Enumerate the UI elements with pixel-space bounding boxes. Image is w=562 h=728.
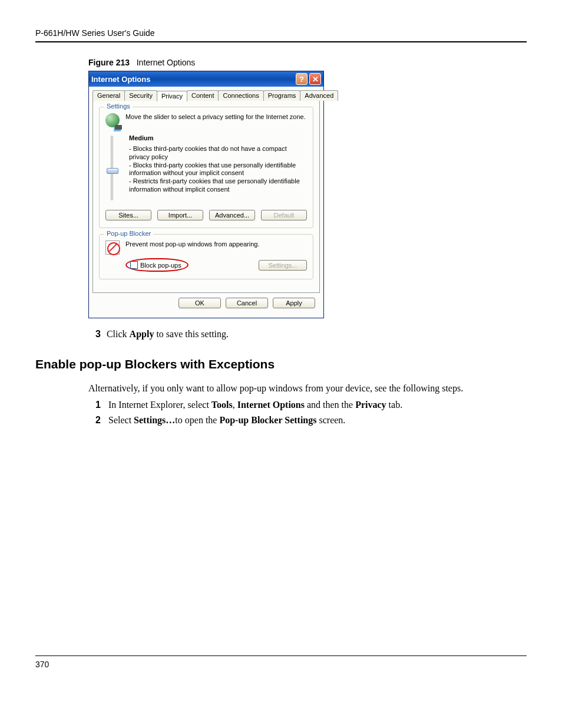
block-popups-label: Block pop-ups	[140, 262, 181, 269]
s1e: and then the	[305, 400, 355, 410]
s1f: Privacy	[355, 400, 386, 410]
s1c: ,	[233, 400, 237, 410]
tab-security[interactable]: Security	[124, 90, 157, 101]
header-rule	[35, 41, 527, 42]
s2d: Pop-up Blocker Settings	[219, 415, 316, 425]
apply-button[interactable]: Apply	[273, 298, 315, 308]
privacy-bullet-2: - Blocks third-party cookies that use pe…	[129, 162, 307, 178]
import-button[interactable]: Import...	[157, 210, 203, 220]
tab-programs[interactable]: Programs	[263, 90, 301, 101]
settings-group: Settings Move the slider to select a pri…	[99, 107, 313, 228]
figure-caption: Figure 213 Internet Options	[88, 58, 527, 67]
s1a: In Internet Explorer, select	[108, 400, 211, 410]
s1d: Internet Options	[237, 400, 305, 410]
settings-group-title: Settings	[104, 103, 133, 110]
globe-icon	[105, 113, 120, 127]
popup-intro: Prevent most pop-up windows from appeari…	[125, 241, 259, 248]
running-header: P-661H/HW Series User's Guide	[35, 28, 527, 41]
figure-label: Figure 213	[88, 58, 130, 67]
figure-title: Internet Options	[137, 58, 196, 67]
privacy-bullet-3: - Restricts first-party cookies that use…	[129, 177, 307, 194]
popup-group-title: Pop-up Blocker	[104, 230, 153, 237]
s1g: tab.	[386, 400, 403, 410]
default-button[interactable]: Default	[261, 210, 307, 220]
s2c: to open the	[175, 415, 219, 425]
sites-button[interactable]: Sites...	[105, 210, 151, 220]
dialog-footer: OK Cancel Apply	[92, 293, 320, 314]
settings-intro: Move the slider to select a privacy sett…	[125, 113, 306, 120]
popup-settings-button[interactable]: Settings...	[259, 260, 307, 271]
privacy-bullet-1: - Blocks third-party cookies that do not…	[129, 145, 307, 162]
block-popups-highlight: Block pop-ups	[125, 258, 189, 272]
privacy-level: Medium	[129, 134, 307, 141]
popup-blocker-icon	[105, 241, 120, 255]
internet-options-dialog: Internet Options ? ✕ General Security Pr…	[88, 71, 324, 318]
privacy-slider[interactable]	[111, 136, 113, 200]
tab-content[interactable]: Content	[187, 90, 219, 101]
tab-connections[interactable]: Connections	[218, 90, 263, 101]
s2e: screen.	[316, 415, 345, 425]
help-icon: ?	[299, 75, 304, 84]
advanced-button[interactable]: Advanced...	[209, 210, 255, 220]
close-icon: ✕	[312, 75, 319, 84]
tab-general[interactable]: General	[92, 90, 125, 101]
step-number: 1	[95, 400, 106, 410]
step-3: 3 Click Apply to save this setting.	[95, 329, 527, 340]
intro-paragraph: Alternatively, if you only want to allow…	[88, 382, 527, 395]
step-number: 2	[95, 415, 106, 426]
page-footer: 370	[35, 655, 527, 669]
ok-button[interactable]: OK	[178, 298, 221, 308]
step-1: 1 In Internet Explorer, select Tools, In…	[95, 400, 527, 410]
dialog-title: Internet Options	[91, 75, 150, 84]
tab-advanced[interactable]: Advanced	[300, 90, 338, 101]
s2a: Select	[108, 415, 134, 425]
tab-panel-privacy: Settings Move the slider to select a pri…	[92, 100, 320, 293]
s2b: Settings…	[134, 415, 175, 425]
section-heading: Enable pop-up Blockers with Exceptions	[35, 357, 527, 371]
step-2: 2 Select Settings…to open the Pop-up Blo…	[95, 415, 527, 426]
slider-thumb[interactable]	[107, 168, 118, 174]
cancel-button[interactable]: Cancel	[226, 298, 268, 308]
tab-bar: General Security Privacy Content Connect…	[92, 90, 320, 101]
close-button[interactable]: ✕	[309, 73, 321, 85]
tab-privacy[interactable]: Privacy	[157, 91, 187, 101]
s1b: Tools	[211, 400, 233, 410]
step3-text-a: Click	[107, 329, 130, 339]
titlebar[interactable]: Internet Options ? ✕	[89, 71, 323, 87]
popup-blocker-group: Pop-up Blocker Prevent most pop-up windo…	[99, 234, 313, 279]
help-button[interactable]: ?	[296, 73, 308, 85]
block-popups-checkbox[interactable]	[130, 261, 138, 269]
page-number: 370	[35, 660, 49, 669]
step3-text-b: Apply	[130, 329, 154, 339]
step-number: 3	[95, 329, 101, 339]
step3-text-c: to save this setting.	[154, 329, 229, 339]
